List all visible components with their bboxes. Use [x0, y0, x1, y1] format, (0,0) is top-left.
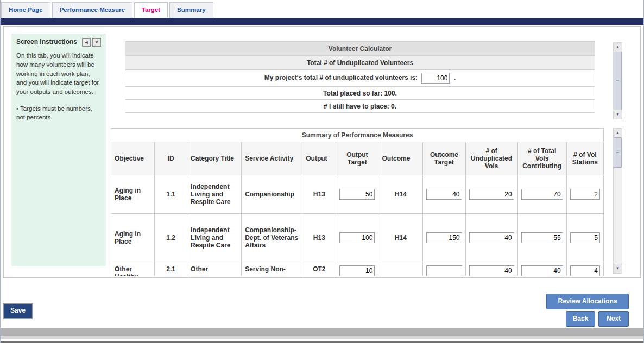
table-row: Aging in Place 1.1 Independent Living an… [111, 175, 604, 214]
unduplicated-volunteers-input[interactable] [421, 73, 450, 84]
cell-id: 1.2 [155, 214, 187, 262]
calculator-scrollbar-thumb[interactable] [614, 52, 622, 110]
scroll-down-icon[interactable]: ▼ [614, 110, 622, 119]
cell-objective: Aging in Place [111, 214, 155, 262]
cell-activity: Companionship [242, 175, 302, 214]
calculator-scrollbar[interactable]: ▲ ▼ [613, 42, 622, 119]
next-button[interactable]: Next [598, 311, 629, 327]
screen-instructions-panel: Screen Instructions ◄ ✕ On this tab, you… [11, 34, 106, 266]
cell-objective: Aging in Place [111, 175, 155, 214]
screen-instructions-title: Screen Instructions [16, 37, 80, 47]
unduplicated-vols-input[interactable] [469, 265, 514, 276]
save-button[interactable]: Save [3, 303, 33, 319]
volunteer-calculator-section: Volunteer Calculator Total # of Unduplic… [111, 41, 623, 122]
app-window: Home Page Performance Measure Target Sum… [0, 0, 644, 343]
unduplicated-vols-input[interactable] [469, 232, 514, 243]
instructions-text: On this tab, you will indicate how many … [16, 51, 101, 96]
navy-divider-bar [1, 18, 643, 25]
tab-performance-measure[interactable]: Performance Measure [52, 2, 132, 18]
tab-home-page[interactable]: Home Page [1, 2, 50, 18]
col-header-output-target: Output Target [336, 142, 378, 175]
tab-target[interactable]: Target [134, 2, 168, 18]
scrollbar-grip-icon [616, 79, 619, 83]
cell-outcome: H14 [378, 214, 423, 262]
calculator-title: Volunteer Calculator [125, 42, 595, 56]
close-icon[interactable]: ✕ [92, 38, 101, 47]
col-header-unduplicated-vols: # of Unduplicated Vols [465, 142, 517, 175]
total-vols-input[interactable] [521, 265, 563, 276]
output-target-input[interactable] [339, 189, 375, 200]
total-vols-input[interactable] [521, 232, 563, 243]
summary-table-title: Summary of Performance Measures [111, 129, 604, 142]
main-area: Volunteer Calculator Total # of Unduplic… [111, 34, 623, 276]
col-header-service-activity: Service Activity [242, 142, 302, 175]
col-header-outcome: Outcome [378, 142, 423, 175]
output-target-input[interactable] [339, 232, 375, 243]
cell-category: Independent Living and Respite Care [187, 175, 242, 214]
col-header-category-title: Category Title [187, 142, 242, 175]
footer-bar [1, 328, 643, 336]
cell-category: Independent Living and Respite Care [187, 214, 242, 262]
column-header-row: Objective ID Category Title Service Acti… [111, 142, 604, 175]
summary-scrollbar[interactable]: ▲ ▼ [613, 128, 622, 274]
unduplicated-vols-input[interactable] [469, 189, 514, 200]
volunteer-calculator-table: Volunteer Calculator Total # of Unduplic… [125, 41, 595, 113]
col-header-outcome-target: Outcome Target [423, 142, 465, 175]
calculator-to-place-text: # I still have to place: 0. [125, 100, 595, 113]
cell-id: 2.1 [155, 262, 187, 276]
vol-stations-input[interactable] [570, 265, 600, 276]
cell-activity: Companionship-Dept. of Veterans Affairs [242, 214, 302, 262]
cell-category: Other [187, 262, 242, 276]
cell-activity: Serving Non- [242, 262, 302, 276]
total-vols-input[interactable] [521, 189, 563, 200]
outcome-target-input[interactable] [426, 265, 462, 276]
collapse-arrow-icon[interactable]: ◄ [82, 38, 91, 47]
instructions-note: • Targets must be numbers, not percents. [16, 104, 101, 122]
table-row: Other Healthy 2.1 Other Serving Non- OT2 [111, 262, 604, 276]
cell-objective: Other Healthy [111, 262, 155, 276]
cell-outcome: H14 [378, 175, 423, 214]
scroll-down-icon[interactable]: ▼ [614, 264, 622, 273]
col-header-total-vols-contributing: # of Total Vols Contributing [517, 142, 566, 175]
col-header-output: Output [302, 142, 336, 175]
table-row: Aging in Place 1.2 Independent Living an… [111, 214, 604, 262]
cell-id: 1.1 [155, 175, 187, 214]
col-header-id: ID [155, 142, 187, 175]
cell-outcome [378, 262, 423, 276]
cell-output: H13 [302, 175, 336, 214]
back-button[interactable]: Back [566, 311, 595, 327]
outcome-target-input[interactable] [426, 189, 462, 200]
tab-summary[interactable]: Summary [169, 2, 213, 18]
performance-measures-section: Summary of Performance Measures Objectiv… [111, 128, 623, 276]
cell-output: H13 [302, 214, 336, 262]
calculator-input-row: My project's total # of unduplicated vol… [125, 70, 595, 87]
calculator-input-suffix: . [454, 74, 456, 81]
scrollbar-grip-icon [616, 151, 619, 155]
col-header-vol-stations: # of Vol Stations [566, 142, 603, 175]
cell-output: OT2 [302, 262, 336, 276]
calculator-subtitle: Total # of Unduplicated Volunteers [125, 56, 595, 70]
summary-scrollbar-thumb[interactable] [614, 137, 622, 168]
vol-stations-input[interactable] [570, 232, 600, 243]
performance-measures-table: Summary of Performance Measures Objectiv… [111, 128, 604, 276]
review-allocations-button[interactable]: Review Allocations [546, 294, 629, 309]
scroll-up-icon[interactable]: ▲ [614, 43, 622, 52]
footer-bottom-edge [1, 341, 643, 343]
footer-bar-light [1, 336, 643, 339]
calculator-input-label: My project's total # of unduplicated vol… [264, 74, 418, 81]
tab-bar: Home Page Performance Measure Target Sum… [1, 2, 215, 18]
calculator-scrollbar-track[interactable] [614, 52, 622, 110]
screen-instructions-header: Screen Instructions ◄ ✕ [16, 37, 101, 47]
col-header-objective: Objective [111, 142, 155, 175]
outcome-target-input[interactable] [426, 232, 462, 243]
summary-scrollbar-track[interactable] [614, 137, 622, 264]
vol-stations-input[interactable] [570, 189, 600, 200]
calculator-placed-text: Total placed so far: 100. [125, 87, 595, 100]
scroll-up-icon[interactable]: ▲ [614, 129, 622, 138]
output-target-input[interactable] [339, 265, 375, 276]
content-frame: Screen Instructions ◄ ✕ On this tab, you… [3, 26, 641, 278]
